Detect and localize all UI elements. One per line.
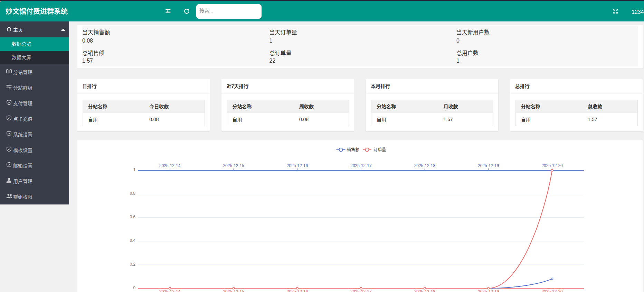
svg-text:0.4: 0.4 (130, 238, 135, 243)
svg-text:2025-12-17: 2025-12-17 (350, 163, 372, 168)
svg-text:0.6: 0.6 (130, 215, 135, 219)
svg-text:2025-12-19: 2025-12-19 (478, 163, 499, 168)
svg-text:2025-12-20: 2025-12-20 (541, 289, 563, 292)
svg-text:0: 0 (133, 285, 135, 290)
svg-text:1: 1 (133, 167, 135, 172)
svg-text:订单量: 订单量 (373, 147, 386, 152)
svg-text:2025-12-18: 2025-12-18 (414, 289, 435, 292)
svg-text:0.8: 0.8 (130, 191, 135, 196)
svg-text:2025-12-20: 2025-12-20 (541, 163, 563, 168)
svg-text:2025-12-16: 2025-12-16 (287, 163, 308, 168)
svg-text:2025-12-19: 2025-12-19 (478, 289, 499, 292)
svg-text:销售额: 销售额 (347, 147, 359, 152)
svg-text:2025-12-14: 2025-12-14 (159, 163, 181, 168)
svg-text:2025-12-16: 2025-12-16 (287, 289, 308, 292)
svg-text:2025-12-18: 2025-12-18 (414, 163, 435, 168)
svg-text:2025-12-15: 2025-12-15 (223, 289, 244, 292)
svg-text:0.2: 0.2 (130, 262, 135, 267)
svg-text:2025-12-17: 2025-12-17 (350, 289, 372, 292)
svg-text:2025-12-14: 2025-12-14 (159, 289, 181, 292)
svg-text:2025-12-15: 2025-12-15 (223, 163, 244, 168)
